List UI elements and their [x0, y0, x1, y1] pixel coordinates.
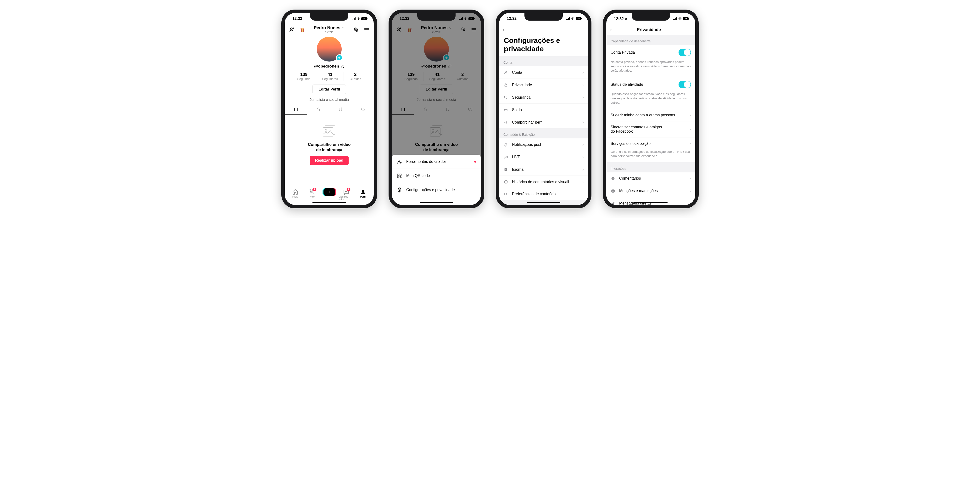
phone-2: 12:32 73 Pedro Nunes ele/ele + @opedrohe…	[388, 10, 484, 208]
tab-grid[interactable]	[285, 105, 307, 115]
section-interactions: Interações	[606, 162, 695, 172]
profile-name-dropdown[interactable]: Pedro Nunes	[313, 26, 345, 30]
pronouns: ele/ele	[313, 30, 345, 34]
svg-point-36	[506, 156, 506, 157]
qr-code-icon	[397, 173, 402, 179]
nav-inbox-badge: 2	[347, 188, 351, 191]
comment-icon	[611, 177, 616, 180]
private-account-desc: Na conta privada, apenas usuários aprova…	[606, 60, 695, 77]
send-icon	[611, 201, 616, 205]
row-comments[interactable]: Comentários›	[606, 172, 695, 185]
share-icon	[503, 120, 508, 124]
row-content-prefs[interactable]: Preferências de conteúdo	[499, 188, 588, 200]
row-location-services[interactable]: Serviços de localização›	[606, 137, 695, 150]
private-account-toggle[interactable]	[679, 49, 691, 56]
row-balance[interactable]: Saldo›	[499, 104, 588, 116]
svg-rect-40	[504, 193, 506, 195]
notification-dot	[474, 161, 476, 163]
row-suggest-account[interactable]: Sugerir minha conta a outras pessoas›	[606, 109, 695, 121]
signal-icon	[352, 17, 356, 20]
stat-following[interactable]: 139 Seguindo	[291, 72, 316, 81]
svg-point-14	[362, 190, 364, 192]
stat-likes[interactable]: 2 Curtidas	[344, 72, 367, 81]
row-share-profile[interactable]: Compartilhar perfil›	[499, 116, 588, 128]
svg-point-4	[355, 27, 356, 30]
edit-profile-button[interactable]: Editar Perfil	[312, 85, 346, 94]
svg-point-44	[611, 189, 615, 193]
bell-icon	[503, 142, 508, 147]
nav-record[interactable]: +	[321, 189, 337, 196]
language-icon: A	[503, 168, 508, 171]
nav-profile[interactable]: Perfil	[356, 189, 371, 198]
record-button[interactable]: +	[323, 188, 335, 196]
at-icon	[611, 189, 616, 193]
svg-rect-31	[398, 176, 399, 178]
back-button[interactable]: ‹	[503, 26, 505, 33]
empty-title: Compartilhe um vídeo de lembrança	[308, 142, 351, 153]
wifi-icon	[356, 17, 360, 20]
svg-rect-8	[341, 67, 342, 68]
gear-icon	[397, 187, 402, 193]
sheet-creator-tools[interactable]: Ferramentas do criador	[392, 155, 481, 169]
nav-inbox[interactable]: 2 Caixa de entra...	[339, 189, 354, 201]
svg-text:A: A	[505, 168, 506, 171]
svg-rect-3	[302, 29, 303, 32]
lock-icon	[503, 83, 508, 87]
bottom-sheet: Ferramentas do criador Meu QR code Confi…	[392, 155, 481, 205]
svg-point-45	[612, 190, 614, 191]
empty-image-icon	[321, 125, 337, 138]
clock-icon	[503, 180, 508, 184]
status-time: 12:32	[293, 16, 302, 21]
nav-now[interactable]: 1 Now	[305, 189, 320, 198]
add-friend-icon[interactable]	[288, 26, 295, 33]
avatar-add-icon[interactable]: +	[336, 54, 343, 61]
bio: Jornalista e social media	[285, 97, 374, 102]
row-push[interactable]: Notificações push›	[499, 139, 588, 151]
page-title: Configurações e privacidade	[499, 35, 588, 56]
row-direct-messages[interactable]: Mensagens diretas›	[606, 197, 695, 205]
svg-rect-7	[343, 65, 344, 66]
wallet-icon	[503, 108, 508, 112]
sheet-settings[interactable]: Configurações e privacidade	[392, 183, 481, 197]
tab-private[interactable]	[307, 105, 329, 115]
svg-rect-34	[504, 85, 507, 86]
menu-icon[interactable]	[363, 26, 370, 33]
svg-point-5	[356, 29, 358, 31]
tab-liked[interactable]	[352, 105, 374, 115]
svg-rect-9	[317, 109, 320, 111]
row-language[interactable]: A Idioma›	[499, 163, 588, 175]
gift-icon[interactable]	[299, 26, 306, 33]
section-content: Conteúdo & Exibição	[499, 128, 588, 139]
nav-now-badge: 1	[312, 188, 317, 191]
svg-point-33	[505, 71, 506, 73]
tab-saved[interactable]	[329, 105, 352, 115]
row-live[interactable]: LIVE›	[499, 151, 588, 163]
activity-status-toggle[interactable]	[679, 81, 691, 88]
svg-point-32	[399, 189, 400, 191]
notch	[310, 13, 348, 21]
page-title: Privacidade	[606, 27, 692, 32]
nav-home[interactable]: Início	[288, 189, 303, 198]
stat-followers[interactable]: 41 Seguidores	[316, 72, 344, 81]
sheet-qr-code[interactable]: Meu QR code	[392, 169, 481, 183]
home-indicator[interactable]	[312, 202, 346, 203]
section-discoverability: Capacidade de descoberta	[606, 35, 695, 45]
row-account[interactable]: Conta›	[499, 66, 588, 78]
row-mentions[interactable]: Menções e marcações›	[606, 185, 695, 197]
row-security[interactable]: Segurança›	[499, 91, 588, 104]
person-icon	[503, 70, 508, 75]
handle[interactable]: @opedrohen	[285, 64, 374, 69]
svg-rect-35	[504, 109, 507, 111]
footprint-icon[interactable]	[353, 26, 360, 33]
upload-button[interactable]: Realizar upload	[310, 156, 348, 165]
row-history[interactable]: Histórico de comentários e visualiza...›	[499, 175, 588, 188]
svg-rect-29	[398, 174, 399, 175]
svg-rect-6	[341, 65, 342, 66]
person-star-icon	[397, 159, 402, 164]
row-sync-contacts[interactable]: Sincronizar contatos e amigos do Faceboo…	[606, 121, 695, 137]
stats: 139 Seguindo 41 Seguidores 2 Curtidas	[285, 72, 374, 81]
row-activity-status: Status de atividade	[606, 77, 695, 92]
row-privacy[interactable]: Privacidade›	[499, 78, 588, 91]
video-icon	[503, 192, 508, 196]
svg-point-28	[398, 160, 400, 162]
